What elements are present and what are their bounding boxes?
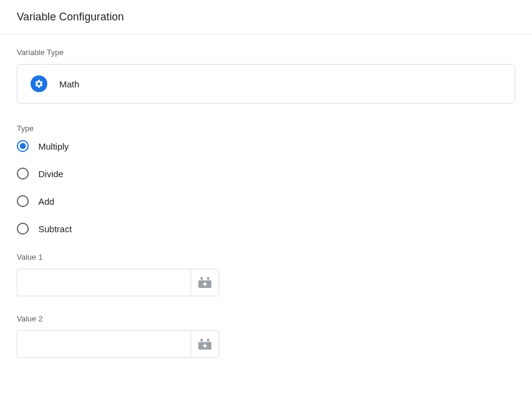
radio-icon	[17, 223, 29, 235]
radio-icon	[17, 168, 29, 180]
radio-label: Divide	[38, 169, 64, 179]
type-radio-group: Multiply Divide Add Subtract	[17, 140, 515, 235]
radio-multiply[interactable]: Multiply	[17, 140, 515, 152]
value1-field: Value 1	[17, 253, 515, 296]
svg-rect-11	[202, 345, 207, 346]
value2-label: Value 2	[17, 314, 515, 323]
value1-input[interactable]	[17, 269, 191, 296]
radio-label: Multiply	[38, 141, 69, 151]
radio-icon	[17, 140, 29, 152]
header: Variable Configuration	[0, 0, 532, 35]
insert-variable-button[interactable]	[191, 269, 219, 296]
content: Variable Type Math Type Multiply Divide …	[0, 35, 532, 371]
radio-icon	[17, 195, 29, 207]
type-label: Type	[17, 124, 515, 133]
svg-rect-5	[202, 284, 207, 284]
svg-rect-8	[207, 339, 210, 342]
page-title: Variable Configuration	[17, 11, 515, 23]
radio-label: Add	[38, 196, 55, 206]
insert-variable-button[interactable]	[191, 330, 219, 358]
value1-label: Value 1	[17, 253, 515, 262]
variable-block-icon	[198, 277, 211, 288]
svg-rect-2	[207, 277, 210, 280]
radio-add[interactable]: Add	[17, 195, 515, 207]
radio-subtract[interactable]: Subtract	[17, 223, 515, 235]
variable-type-name: Math	[59, 79, 79, 89]
radio-divide[interactable]: Divide	[17, 168, 515, 180]
value2-field: Value 2	[17, 314, 515, 358]
radio-label: Subtract	[38, 224, 72, 234]
gear-icon	[31, 75, 47, 92]
svg-rect-1	[201, 277, 203, 280]
value2-input[interactable]	[17, 330, 191, 358]
variable-block-icon	[198, 339, 211, 350]
variable-type-selector[interactable]: Math	[17, 64, 515, 104]
variable-type-label: Variable Type	[17, 48, 515, 57]
svg-rect-7	[201, 339, 203, 342]
